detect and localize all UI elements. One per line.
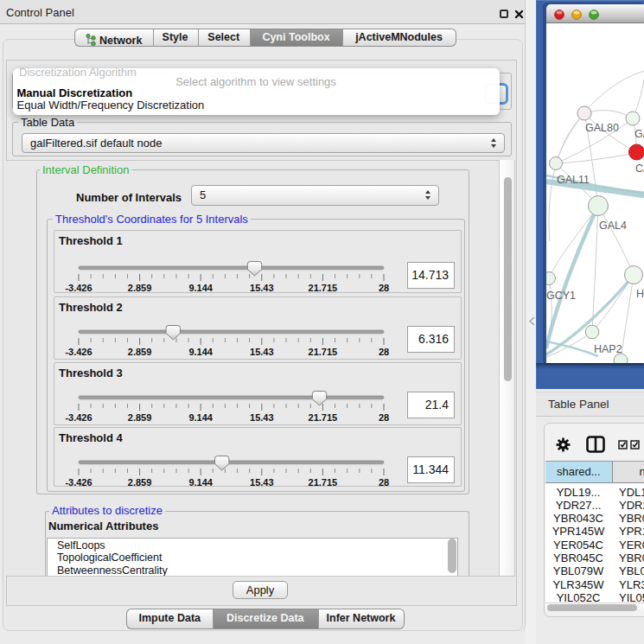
svg-text:-3.426: -3.426 (65, 476, 92, 487)
svg-text:28: 28 (379, 346, 389, 356)
svg-text:GA: GA (634, 128, 644, 140)
svg-text:GAL4: GAL4 (599, 220, 627, 232)
svg-text:GAL80: GAL80 (585, 122, 619, 134)
svg-text:HAP2: HAP2 (594, 343, 622, 355)
svg-text:9.144: 9.144 (188, 283, 213, 293)
svg-text:15.43: 15.43 (250, 476, 274, 487)
svg-text:GAL11: GAL11 (557, 174, 590, 186)
svg-text:21.715: 21.715 (309, 346, 338, 356)
svg-text:9.144: 9.144 (188, 346, 213, 356)
svg-text:21.715: 21.715 (309, 411, 338, 422)
svg-text:15.43: 15.43 (250, 283, 274, 293)
svg-text:-3.426: -3.426 (65, 346, 92, 356)
svg-text:-3.426: -3.426 (65, 283, 92, 293)
svg-text:-3.426: -3.426 (65, 411, 92, 422)
svg-text:15.43: 15.43 (250, 346, 274, 356)
svg-text:21.715: 21.715 (309, 476, 338, 487)
svg-text:28: 28 (379, 476, 389, 487)
svg-text:15.43: 15.43 (250, 411, 274, 422)
svg-text:2.859: 2.859 (128, 283, 152, 293)
svg-text:9.144: 9.144 (188, 411, 213, 422)
svg-text:9.144: 9.144 (188, 476, 213, 487)
svg-text:2.859: 2.859 (128, 411, 152, 422)
svg-text:H: H (636, 288, 644, 300)
svg-text:2.859: 2.859 (128, 476, 152, 487)
svg-text:CA: CA (635, 163, 644, 175)
svg-text:21.715: 21.715 (309, 283, 338, 293)
svg-text:28: 28 (379, 283, 389, 293)
svg-text:GCY1: GCY1 (546, 290, 576, 302)
svg-text:2.859: 2.859 (128, 346, 152, 356)
svg-text:28: 28 (379, 411, 389, 422)
